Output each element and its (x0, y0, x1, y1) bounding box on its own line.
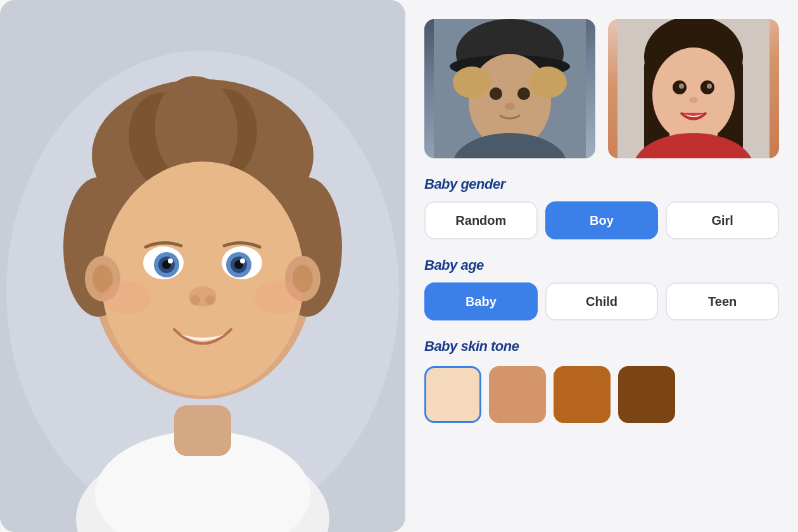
gender-girl-button[interactable]: Girl (666, 201, 779, 239)
svg-point-31 (255, 281, 303, 314)
svg-point-29 (205, 295, 215, 305)
age-toggle-group: Baby Child Teen (424, 282, 779, 320)
male-parent-portrait (424, 19, 595, 158)
main-child-photo (0, 0, 405, 532)
svg-point-36 (453, 66, 491, 98)
skin-swatch-medium[interactable] (489, 366, 546, 423)
skin-swatch-tan[interactable] (554, 366, 611, 423)
skin-swatch-light[interactable] (424, 366, 481, 423)
svg-point-30 (103, 281, 151, 314)
svg-rect-4 (174, 405, 231, 456)
age-teen-button[interactable]: Teen (666, 282, 779, 320)
gender-section-label: Baby gender (424, 176, 779, 193)
svg-point-12 (101, 162, 304, 396)
skin-tones-row (424, 366, 779, 423)
svg-point-50 (707, 84, 712, 89)
svg-point-46 (652, 48, 735, 142)
svg-point-49 (679, 84, 684, 89)
skin-section-label: Baby skin tone (424, 338, 779, 355)
female-parent-portrait (608, 19, 779, 158)
svg-point-38 (490, 87, 502, 100)
portraits-row (424, 19, 779, 158)
svg-point-28 (190, 295, 200, 305)
gender-random-button[interactable]: Random (424, 201, 538, 239)
svg-point-40 (505, 103, 515, 110)
svg-point-21 (168, 258, 173, 263)
age-section-label: Baby age (424, 257, 779, 274)
gender-toggle-group: Random Boy Girl (424, 201, 779, 239)
svg-point-39 (517, 87, 530, 100)
age-child-button[interactable]: Child (545, 282, 659, 320)
right-panel: Baby gender Random Boy Girl Baby age Bab… (405, 0, 798, 532)
gender-boy-button[interactable]: Boy (545, 201, 659, 239)
age-baby-button[interactable]: Baby (424, 282, 538, 320)
skin-swatch-dark[interactable] (618, 366, 675, 423)
svg-point-51 (689, 97, 698, 103)
svg-point-26 (240, 258, 245, 263)
svg-point-37 (529, 66, 567, 98)
